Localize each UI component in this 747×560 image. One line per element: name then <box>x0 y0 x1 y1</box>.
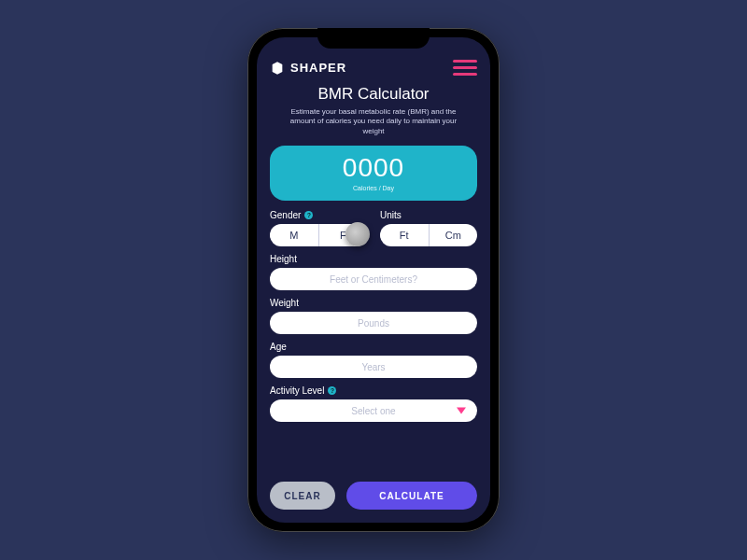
help-icon[interactable]: ? <box>304 211 313 219</box>
gender-label: Gender ? <box>270 210 367 220</box>
brand-icon <box>270 61 285 76</box>
units-label: Units <box>380 210 477 220</box>
hamburger-icon <box>453 60 477 63</box>
help-icon[interactable]: ? <box>328 386 336 395</box>
activity-select[interactable] <box>270 399 477 422</box>
app-header: SHAPER <box>270 60 477 76</box>
app-screen: SHAPER BMR Calculator Estimate your basa… <box>257 37 490 523</box>
phone-frame: SHAPER BMR Calculator Estimate your basa… <box>247 28 500 532</box>
result-value: 0000 <box>270 153 477 183</box>
gender-option-m[interactable]: M <box>270 224 318 246</box>
phone-notch <box>317 28 430 49</box>
units-option-cm[interactable]: Cm <box>429 224 478 246</box>
result-display: 0000 Calories / Day <box>270 146 477 201</box>
brand-name: SHAPER <box>290 61 346 75</box>
height-label: Height <box>270 254 477 264</box>
height-input[interactable] <box>270 268 477 290</box>
units-toggle[interactable]: Ft Cm <box>380 224 477 246</box>
weight-input[interactable] <box>270 312 477 334</box>
gender-option-f[interactable]: F <box>318 224 368 246</box>
calculate-button[interactable]: CALCULATE <box>346 482 477 510</box>
weight-label: Weight <box>270 298 477 308</box>
age-input[interactable] <box>270 356 477 378</box>
clear-button[interactable]: CLEAR <box>270 482 335 510</box>
units-option-ft[interactable]: Ft <box>380 224 429 246</box>
page-subtitle: Estimate your basal metabolic rate (BMR)… <box>279 107 468 136</box>
age-label: Age <box>270 342 477 352</box>
app-brand[interactable]: SHAPER <box>270 61 346 76</box>
menu-button[interactable] <box>453 60 477 76</box>
page-title: BMR Calculator <box>270 85 477 104</box>
gender-toggle[interactable]: M F <box>270 224 367 246</box>
activity-label: Activity Level ? <box>270 385 477 396</box>
result-unit: Calories / Day <box>270 185 477 191</box>
